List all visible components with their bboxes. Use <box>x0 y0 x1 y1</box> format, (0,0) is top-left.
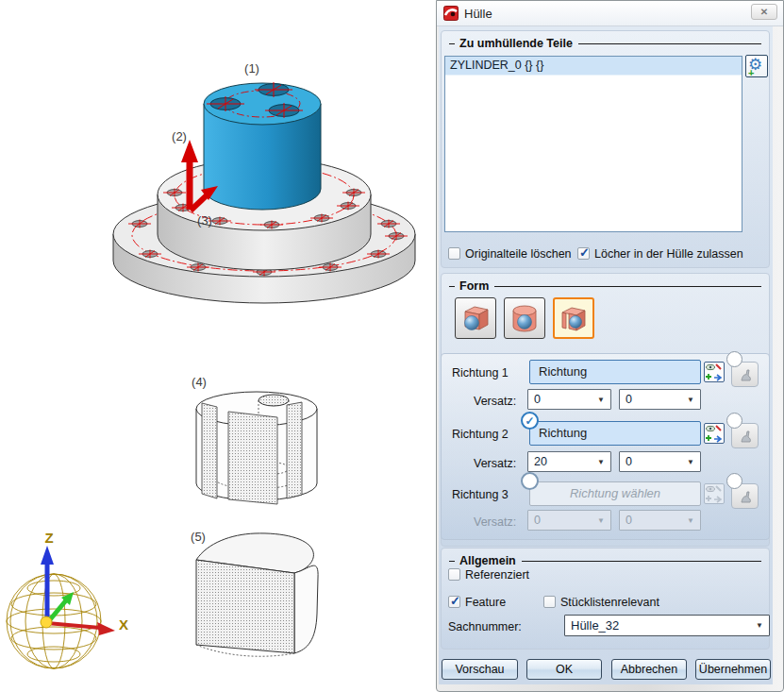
direction2-pick-button[interactable] <box>704 423 725 444</box>
dropdown-arrow-icon: ▼ <box>687 458 694 466</box>
ok-button[interactable]: OK <box>526 659 602 680</box>
group-parts-title: Zu umhüllende Teile <box>459 37 578 50</box>
versatz3-combo-a[interactable]: 0 ▼ <box>527 510 611 531</box>
direction3-pick-button[interactable] <box>704 483 725 504</box>
direction3-empty-badge[interactable] <box>521 472 539 490</box>
versatz3-label: Versatz: <box>474 515 516 529</box>
dropdown-arrow-icon: ▼ <box>597 458 605 466</box>
hand-tool-icon <box>738 429 753 444</box>
plus-icon: + <box>748 67 754 78</box>
direction2-label: Richtung 2 <box>452 428 509 441</box>
checkbox-box[interactable] <box>448 568 460 581</box>
callout-3: (3) <box>197 213 212 228</box>
versatz2-combo-a[interactable]: 20 ▼ <box>527 451 611 472</box>
combo-value: 0 <box>534 393 541 406</box>
form-option-contour[interactable] <box>553 297 594 339</box>
group-general-title: Allgemein <box>459 554 522 567</box>
sketch-cut-cylinder[interactable] <box>196 533 318 656</box>
checkbox-box[interactable]: ✓ <box>577 247 590 260</box>
checkbox-stuecklistenrelevant[interactable]: Stücklistenrelevant <box>543 595 659 609</box>
checkbox-box[interactable]: ✓ <box>448 596 460 608</box>
close-icon[interactable]: ✕ <box>751 4 777 20</box>
dropdown-arrow-icon: ▼ <box>597 516 605 525</box>
combo-value: 20 <box>534 455 547 468</box>
checkbox-label: Feature <box>465 596 506 609</box>
check-icon: ✓ <box>450 594 460 608</box>
vorschau-button[interactable]: Vorschau <box>442 659 518 680</box>
cad-viewport: (1) (2) (3) (4) (5) <box>0 0 436 692</box>
direction3-label: Richtung 3 <box>452 488 509 501</box>
checkbox-box[interactable] <box>448 247 460 260</box>
direction3-field[interactable]: Richtung wählen <box>529 481 701 506</box>
check-icon: ✓ <box>525 414 534 428</box>
versatz2-combo-b[interactable]: 0 ▼ <box>619 451 701 472</box>
combo-value: 0 <box>626 455 632 468</box>
callout-5: (5) <box>191 530 206 544</box>
axis-origin-ball <box>41 616 52 628</box>
orientation-sphere <box>7 574 101 668</box>
checkbox-label: Referenziert <box>465 568 529 582</box>
checkbox-label: Stücklistenrelevant <box>560 596 659 609</box>
callout-4: (4) <box>192 375 207 389</box>
sachnummer-combo[interactable]: Hülle_32 ▼ <box>564 615 770 636</box>
uebernehmen-button[interactable]: Übernehmen <box>695 659 771 680</box>
versatz2-label: Versatz: <box>474 457 516 470</box>
dialog-title: Hülle <box>464 7 492 21</box>
list-item[interactable]: ZYLINDER_0 {} {} <box>445 57 742 76</box>
axis-y-arrow <box>47 592 74 623</box>
pick-direction-icon <box>705 484 724 503</box>
direction2-checked-badge[interactable]: ✓ <box>521 412 539 430</box>
versatz1-combo-a[interactable]: 0 ▼ <box>527 389 611 410</box>
combo-value: Hülle_32 <box>571 618 619 633</box>
checkbox-label: Originalteile löschen <box>465 247 572 261</box>
form-option-box[interactable] <box>455 297 496 339</box>
axis-label-z: Z <box>44 530 53 546</box>
sachnummer-label: Sachnummer: <box>448 620 522 633</box>
checkbox-label: Löcher in der Hülle zulassen <box>594 247 743 261</box>
form-option-cylinder[interactable] <box>504 297 545 339</box>
part-options-button[interactable]: ⚙ + <box>745 55 768 77</box>
dialog-content: Zu umhüllende Teile ZYLINDER_0 {} {} ⚙ +… <box>439 26 773 684</box>
callout-1: (1) <box>244 61 259 76</box>
hülle-dialog: Hülle ✕ Zu umhüllende Teile ZYLINDER_0 {… <box>436 0 784 692</box>
hull-box-icon <box>459 301 492 335</box>
direction1-pick-button[interactable] <box>704 362 725 382</box>
pick-direction-icon <box>705 363 724 381</box>
direction1-grip-circle[interactable] <box>726 351 742 367</box>
dropdown-arrow-icon: ▼ <box>687 516 694 525</box>
checkbox-delete-originals[interactable]: Originalteile löschen <box>448 246 572 261</box>
checkbox-referenziert[interactable]: Referenziert <box>448 567 529 582</box>
direction1-label: Richtung 1 <box>452 366 509 380</box>
abbrechen-button[interactable]: Abbrechen <box>611 659 687 680</box>
combo-value: 0 <box>626 514 632 527</box>
hull-contour-icon <box>557 301 591 335</box>
sketch-slotted-cylinder[interactable] <box>196 392 317 504</box>
pick-direction-icon <box>705 424 724 443</box>
dialog-titlebar[interactable]: Hülle ✕ <box>437 1 783 26</box>
dropdown-arrow-icon: ▼ <box>687 396 694 404</box>
group-form-title: Form <box>459 279 494 293</box>
hull-cylinder-icon <box>508 301 542 335</box>
app-icon <box>443 6 459 21</box>
hand-tool-icon <box>738 489 753 504</box>
check-icon: ✓ <box>579 245 590 260</box>
direction2-field[interactable]: Richtung <box>529 421 701 446</box>
combo-value: 0 <box>626 393 632 406</box>
checkbox-allow-holes[interactable]: ✓ Löcher in der Hülle zulassen <box>577 246 743 261</box>
versatz1-combo-b[interactable]: 0 ▼ <box>619 389 701 410</box>
callout-2: (2) <box>172 129 187 143</box>
direction2-grip-circle[interactable] <box>726 413 742 429</box>
direction3-grip-circle[interactable] <box>726 473 742 489</box>
axis-label-x: X <box>119 616 128 633</box>
versatz1-label: Versatz: <box>474 395 516 408</box>
combo-value: 0 <box>534 514 541 527</box>
checkbox-feature[interactable]: ✓ Feature <box>448 595 506 609</box>
model-cylinder[interactable] <box>204 82 321 210</box>
direction1-field[interactable]: Richtung <box>529 360 701 384</box>
dropdown-arrow-icon: ▼ <box>597 396 605 404</box>
parts-list[interactable]: ZYLINDER_0 {} {} <box>444 56 742 232</box>
hand-tool-icon <box>738 367 753 382</box>
versatz3-combo-b[interactable]: 0 ▼ <box>619 510 701 531</box>
checkbox-box[interactable] <box>543 596 556 608</box>
dropdown-arrow-icon: ▼ <box>756 621 763 630</box>
